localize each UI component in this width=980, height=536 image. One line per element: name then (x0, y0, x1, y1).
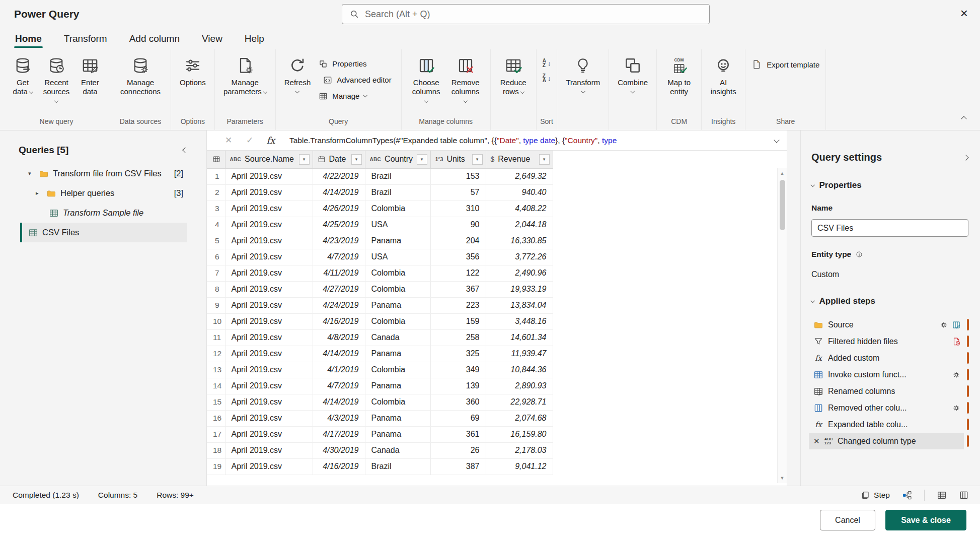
collapse-queries-pane-icon[interactable] (182, 147, 188, 153)
get-data-button[interactable]: Get data (9, 54, 36, 97)
filter-button[interactable]: ▾ (351, 154, 362, 165)
recent-sources-button[interactable]: Recent sources (38, 54, 74, 106)
row-number[interactable]: 4 (207, 217, 225, 233)
cell-date[interactable]: 4/17/2019 (313, 426, 365, 442)
caret-collapsed-icon[interactable]: ▸ (36, 190, 42, 196)
advanced-editor-button[interactable]: Advanced editor (315, 72, 395, 88)
cancel-button[interactable]: Cancel (820, 510, 875, 530)
row-number[interactable]: 13 (207, 362, 225, 378)
step-expanded-table-column[interactable]: fx Expanded table colu... (809, 416, 964, 433)
cell-country[interactable]: Brazil (365, 168, 430, 184)
delete-step-icon[interactable]: ✕ (813, 437, 820, 446)
cell-source-name[interactable]: April 2019.csv (225, 458, 313, 475)
tab-help[interactable]: Help (245, 28, 264, 49)
cell-country[interactable]: Brazil (365, 458, 430, 475)
expand-formula-bar-icon[interactable] (774, 137, 779, 143)
cell-units[interactable]: 349 (430, 362, 486, 378)
filter-button[interactable]: ▾ (539, 154, 550, 165)
info-icon[interactable] (855, 250, 863, 258)
query-name-input[interactable] (811, 219, 968, 237)
cell-revenue[interactable]: 14,601.34 (486, 329, 553, 346)
cell-source-name[interactable]: April 2019.csv (225, 281, 313, 297)
cell-date[interactable]: 4/7/2019 (313, 378, 365, 394)
cell-source-name[interactable]: April 2019.csv (225, 184, 313, 200)
cell-units[interactable]: 367 (430, 281, 486, 297)
cell-country[interactable]: Panama (365, 346, 430, 362)
cell-units[interactable]: 325 (430, 346, 486, 362)
row-number[interactable]: 17 (207, 426, 225, 442)
cell-country[interactable]: Colombia (365, 265, 430, 281)
cell-date[interactable]: 4/25/2019 (313, 217, 365, 233)
cell-country[interactable]: Colombia (365, 362, 430, 378)
step-settings-gear-icon[interactable] (952, 370, 961, 379)
cell-country[interactable]: Panama (365, 297, 430, 313)
cell-source-name[interactable]: April 2019.csv (225, 200, 313, 217)
edit-step-icon[interactable] (952, 320, 961, 329)
step-added-custom[interactable]: fx Added custom (809, 350, 964, 366)
scrollbar-thumb[interactable] (780, 180, 785, 230)
cell-country[interactable]: Colombia (365, 281, 430, 297)
sort-descending-button[interactable]: ZA ↓ (543, 74, 551, 83)
refresh-button[interactable]: Refresh (282, 54, 314, 95)
cell-units[interactable]: 356 (430, 249, 486, 265)
cell-country[interactable]: Panama (365, 410, 430, 426)
query-tree-item-csv-files[interactable]: CSV Files (20, 223, 187, 242)
cell-date[interactable]: 4/14/2019 (313, 184, 365, 200)
row-number[interactable]: 16 (207, 410, 225, 426)
cell-country[interactable]: Panama (365, 233, 430, 249)
caret-expanded-icon[interactable]: ▾ (28, 170, 35, 177)
cell-date[interactable]: 4/1/2019 (313, 362, 365, 378)
manage-button[interactable]: Manage (315, 88, 395, 104)
row-number[interactable]: 19 (207, 458, 225, 475)
step-invoke-custom-function[interactable]: Invoke custom funct... (809, 366, 964, 383)
cell-revenue[interactable]: 3,772.26 (486, 249, 553, 265)
cell-date[interactable]: 4/11/2019 (313, 265, 365, 281)
diagram-view-icon[interactable] (902, 490, 912, 500)
options-button[interactable]: Options (177, 54, 208, 88)
cell-units[interactable]: 387 (430, 458, 486, 475)
cell-revenue[interactable]: 3,448.16 (486, 313, 553, 329)
cell-units[interactable]: 159 (430, 313, 486, 329)
cell-country[interactable]: Brazil (365, 184, 430, 200)
cell-date[interactable]: 4/14/2019 (313, 346, 365, 362)
applied-steps-section-header[interactable]: Applied steps (801, 296, 980, 306)
cell-source-name[interactable]: April 2019.csv (225, 442, 313, 458)
cell-country[interactable]: Colombia (365, 394, 430, 410)
cell-revenue[interactable]: 2,044.18 (486, 217, 553, 233)
row-number[interactable]: 3 (207, 200, 225, 217)
cancel-formula-icon[interactable]: ✕ (218, 135, 239, 146)
scroll-down-icon[interactable]: ▼ (780, 473, 785, 483)
manage-connections-button[interactable]: Manage connections (116, 54, 165, 97)
data-view-icon[interactable] (937, 490, 947, 500)
cell-date[interactable]: 4/16/2019 (313, 458, 365, 475)
query-tree-item-transform-sample-file[interactable]: Transform Sample file (20, 203, 187, 223)
cell-units[interactable]: 204 (430, 233, 486, 249)
close-icon[interactable]: × (960, 7, 968, 20)
row-number[interactable]: 2 (207, 184, 225, 200)
column-header-date[interactable]: Date ▾ (313, 151, 365, 168)
cell-revenue[interactable]: 940.40 (486, 184, 553, 200)
transform-button[interactable]: Transform (563, 54, 602, 95)
cell-date[interactable]: 4/16/2019 (313, 313, 365, 329)
cell-date[interactable]: 4/8/2019 (313, 329, 365, 346)
filter-button[interactable]: ▾ (417, 154, 427, 165)
row-number[interactable]: 9 (207, 297, 225, 313)
cell-revenue[interactable]: 2,178.03 (486, 442, 553, 458)
tab-transform[interactable]: Transform (64, 28, 107, 49)
cell-revenue[interactable]: 2,490.96 (486, 265, 553, 281)
enter-data-button[interactable]: Enter data (77, 54, 104, 97)
step-settings-gear-icon[interactable] (939, 320, 948, 329)
scroll-up-icon[interactable]: ▲ (780, 168, 785, 178)
cell-source-name[interactable]: April 2019.csv (225, 362, 313, 378)
manage-parameters-button[interactable]: Manage parameters (221, 54, 269, 97)
cell-country[interactable]: USA (365, 249, 430, 265)
cell-source-name[interactable]: April 2019.csv (225, 346, 313, 362)
cell-revenue[interactable]: 2,649.32 (486, 168, 553, 184)
tab-view[interactable]: View (202, 28, 222, 49)
cell-revenue[interactable]: 11,939.47 (486, 346, 553, 362)
row-number[interactable]: 11 (207, 329, 225, 346)
cell-date[interactable]: 4/24/2019 (313, 297, 365, 313)
row-number[interactable]: 18 (207, 442, 225, 458)
filter-button[interactable]: ▾ (472, 154, 483, 165)
step-view-button[interactable]: Step (861, 491, 890, 500)
